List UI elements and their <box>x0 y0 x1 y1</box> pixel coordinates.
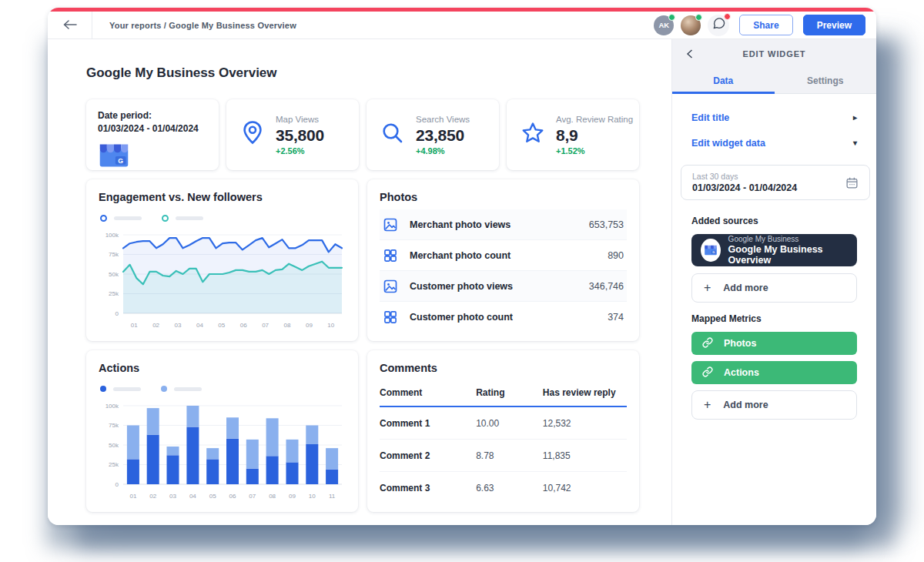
series-marker <box>100 386 106 392</box>
engagement-widget[interactable]: Engagement vs. New followers 025k50k75k1… <box>86 179 358 341</box>
report-canvas: Google My Business Overview Date period:… <box>48 39 671 525</box>
widget-title: Comments <box>380 362 627 374</box>
image-icon <box>383 279 398 294</box>
cell-has-review-reply: 11,835 <box>543 450 627 461</box>
table-row[interactable]: Comment 3 6.63 10,742 <box>380 472 627 503</box>
date-period-card[interactable]: Date period: 01/03/2024 - 01/04/2024 G <box>86 99 219 170</box>
breadcrumb[interactable]: Your reports / Google My Business Overvi… <box>109 21 296 30</box>
notification-dot <box>724 13 731 20</box>
top-bar: Your reports / Google My Business Overvi… <box>48 12 876 39</box>
svg-text:G: G <box>118 156 123 164</box>
metric-label: Customer photo count <box>410 312 513 323</box>
add-more-label: Add more <box>723 400 768 410</box>
source-card[interactable]: G Google My Business Google My Business … <box>691 234 857 266</box>
list-item[interactable]: Customer photo views 346,746 <box>380 271 627 302</box>
cell-rating: 10.00 <box>476 418 543 429</box>
svg-text:09: 09 <box>306 322 313 329</box>
kpi-row: Date period: 01/03/2024 - 01/04/2024 G <box>86 99 639 170</box>
series-marker <box>162 215 169 222</box>
table-header: Comment Rating Has review reply <box>380 380 627 407</box>
svg-text:08: 08 <box>269 493 276 500</box>
svg-text:10: 10 <box>327 322 334 329</box>
svg-text:01: 01 <box>131 322 138 329</box>
search-views-card[interactable]: Search Views 23,850 +4.98% <box>367 99 499 170</box>
metric-value: 346,746 <box>589 281 624 292</box>
link-icon <box>702 366 713 380</box>
mapped-metric-label: Actions <box>724 367 759 378</box>
svg-text:09: 09 <box>289 493 296 500</box>
google-my-business-icon: G <box>701 239 721 262</box>
chat-bubble-icon <box>711 16 726 34</box>
avatar-initials-text: AK <box>658 21 669 29</box>
column-header: Has review reply <box>543 387 627 398</box>
panel-back-button[interactable] <box>686 39 693 69</box>
svg-text:10: 10 <box>309 493 316 500</box>
user-avatar-initials[interactable]: AK <box>654 15 674 35</box>
google-my-business-icon: G <box>98 142 207 172</box>
date-period-value: 01/03/2024 - 01/04/2024 <box>98 122 207 135</box>
comments-widget[interactable]: Comments Comment Rating Has review reply… <box>367 350 639 512</box>
photos-list: Merchant photo views 653,753 Merchant ph… <box>380 209 627 333</box>
widget-title: Actions <box>99 362 346 374</box>
svg-text:07: 07 <box>249 493 256 500</box>
series-marker <box>161 386 167 392</box>
add-source-button[interactable]: + Add more <box>691 273 857 303</box>
svg-text:50k: 50k <box>109 271 119 278</box>
list-item[interactable]: Merchant photo count 890 <box>380 240 627 271</box>
svg-text:06: 06 <box>229 493 236 500</box>
photos-widget[interactable]: Photos Merchant photo views 653,753 <box>367 179 639 341</box>
edit-title-row[interactable]: Edit title ▸ <box>691 105 857 130</box>
svg-text:01: 01 <box>129 493 136 500</box>
chat-button[interactable] <box>708 15 729 36</box>
svg-text:02: 02 <box>149 493 156 500</box>
date-range-picker[interactable]: Last 30 days 01/03/2024 - 01/04/2024 <box>681 165 870 200</box>
cell-has-review-reply: 10,742 <box>543 483 627 493</box>
plus-icon: + <box>704 399 711 411</box>
date-preset-label: Last 30 days <box>692 172 797 181</box>
tab-settings[interactable]: Settings <box>775 69 877 93</box>
cell-comment: Comment 1 <box>380 418 476 429</box>
list-item[interactable]: Customer photo count 374 <box>380 302 627 333</box>
map-views-card[interactable]: Map Views 35,800 +2.56% <box>226 99 359 170</box>
back-arrow-icon <box>63 18 77 32</box>
metric-value: 374 <box>608 312 624 323</box>
cell-comment: Comment 3 <box>380 483 476 493</box>
back-button[interactable] <box>48 12 92 38</box>
edit-widget-data-label: Edit widget data <box>691 138 765 149</box>
grid-icon <box>383 248 398 263</box>
kpi-delta: +1.52% <box>556 146 633 156</box>
chart-legend <box>100 213 346 222</box>
panel-title: EDIT WIDGET <box>672 49 876 59</box>
kpi-label: Map Views <box>276 115 324 124</box>
add-more-label: Add more <box>723 283 768 293</box>
star-icon <box>520 120 546 149</box>
edit-widget-data-row[interactable]: Edit widget data ▾ <box>691 130 857 156</box>
online-status-dot <box>695 14 702 21</box>
page-title: Google My Business Overview <box>86 65 639 81</box>
preview-button[interactable]: Preview <box>803 15 865 35</box>
panel-tabs: Data Settings <box>672 69 876 94</box>
avg-review-rating-card[interactable]: Avg. Review Rating 8,9 +1.52% <box>507 99 639 170</box>
svg-text:25k: 25k <box>109 290 119 297</box>
svg-text:05: 05 <box>218 322 225 329</box>
table-row[interactable]: Comment 1 10.00 12,532 <box>380 407 627 440</box>
actions-widget[interactable]: Actions 025k50k75k100k010203040506070809… <box>86 350 358 512</box>
metric-label: Customer photo views <box>410 281 513 292</box>
table-row[interactable]: Comment 2 8.78 11,835 <box>380 440 627 472</box>
add-metric-button[interactable]: + Add more <box>691 390 857 420</box>
list-item[interactable]: Merchant photo views 653,753 <box>380 209 627 240</box>
tab-data[interactable]: Data <box>672 69 775 93</box>
kpi-label: Avg. Review Rating <box>556 115 633 124</box>
metric-label: Merchant photo count <box>410 250 511 261</box>
app-window: Your reports / Google My Business Overvi… <box>48 8 876 525</box>
legend-placeholder <box>113 387 141 391</box>
metric-label: Merchant photo views <box>410 219 511 230</box>
mapped-metric-actions[interactable]: Actions <box>691 361 857 384</box>
share-button[interactable]: Share <box>739 15 792 35</box>
user-avatar-photo[interactable] <box>681 15 701 35</box>
grid-icon <box>383 309 398 325</box>
svg-text:11: 11 <box>329 493 336 500</box>
svg-text:0: 0 <box>116 481 119 488</box>
mapped-metric-photos[interactable]: Photos <box>691 332 857 355</box>
column-header: Rating <box>476 387 543 398</box>
